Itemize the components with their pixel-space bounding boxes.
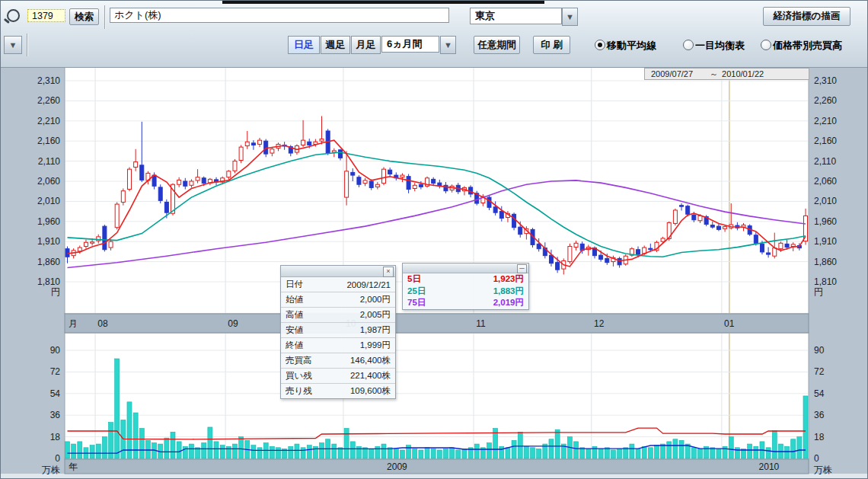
svg-text:1,810: 1,810 — [37, 276, 60, 287]
radio-moving-average[interactable] — [595, 40, 605, 50]
ma-tooltip-row: 5日1,923円 — [403, 273, 528, 286]
tooltip-row-value: 1,999円 — [360, 340, 391, 351]
volume-bar — [381, 444, 386, 458]
year-strip[interactable]: 年20092010 — [65, 459, 809, 474]
svg-text:2,160: 2,160 — [37, 136, 60, 146]
candle — [332, 151, 336, 152]
volume-bar — [698, 449, 703, 458]
candle — [190, 181, 193, 185]
candle — [767, 253, 771, 254]
svg-text:72: 72 — [814, 366, 825, 377]
volume-bar — [115, 359, 120, 458]
svg-text:08: 08 — [97, 318, 108, 329]
volume-bar — [450, 448, 455, 458]
volume-bar — [90, 445, 94, 458]
candle — [680, 206, 684, 207]
candle — [388, 170, 392, 174]
radio-price-volume[interactable] — [761, 40, 771, 50]
volume-bar — [313, 446, 318, 458]
tooltip-row: 買い残221,400株 — [281, 369, 395, 384]
candle — [537, 244, 541, 248]
ma-tooltip-row: 25日1,883円 — [403, 286, 528, 298]
tooltip-titlebar[interactable]: × — [281, 266, 395, 277]
candle — [791, 244, 795, 247]
custom-period-button[interactable]: 任意期間 — [474, 36, 520, 54]
tooltip-row-label: 売り残 — [286, 385, 312, 397]
volume-bar — [344, 429, 349, 458]
month-strip[interactable]: 月080910111201 — [65, 314, 809, 333]
ma-row-label: 75日 — [407, 297, 426, 308]
minimize-icon[interactable]: ─ — [517, 264, 527, 273]
svg-text:0: 0 — [814, 453, 819, 464]
volume-bar — [332, 444, 337, 458]
volume-bar — [518, 432, 522, 458]
svg-text:2,260: 2,260 — [814, 95, 837, 106]
candle — [158, 187, 162, 200]
candle — [549, 255, 553, 263]
candle — [661, 238, 665, 241]
search-button[interactable]: 検索 — [69, 8, 99, 25]
tooltip-row-label: 終値 — [286, 340, 303, 351]
toolbar-divider — [104, 5, 106, 29]
volume-bar — [462, 449, 467, 458]
stock-code-input[interactable] — [27, 9, 65, 22]
stock-name-input[interactable] — [110, 8, 449, 23]
candle — [419, 184, 423, 187]
tab-monthly[interactable]: 月足 — [351, 36, 381, 54]
candle — [487, 197, 491, 207]
exchange-select-arrow[interactable]: ▼ — [562, 8, 578, 26]
svg-text:18: 18 — [50, 432, 61, 442]
volume-bar — [611, 450, 615, 458]
svg-text:2,010: 2,010 — [814, 196, 837, 206]
svg-text:2,060: 2,060 — [814, 176, 837, 187]
ma-values-tooltip: ─ 5日1,923円25日1,883円75日2,019円 — [402, 263, 529, 310]
tooltip-row: 高値2,005円 — [281, 308, 395, 323]
radio-price-volume-label: 価格帯別売買高 — [773, 39, 842, 53]
candle — [308, 142, 311, 145]
candle — [493, 207, 497, 212]
volume-bar — [369, 449, 374, 458]
svg-text:90: 90 — [50, 345, 61, 356]
period-select-arrow[interactable]: ▼ — [440, 36, 456, 54]
left-dropdown-button[interactable]: ▼ — [4, 36, 22, 54]
tab-daily[interactable]: 日足 — [288, 36, 320, 54]
tooltip-titlebar[interactable]: ─ — [403, 263, 528, 273]
tab-weekly[interactable]: 週足 — [321, 36, 350, 54]
price-detail-tooltip: × 日付2009/12/21始値2,000円高値2,005円安値1,987円終値… — [280, 265, 396, 399]
volume-bar — [537, 449, 541, 458]
toolbar-divider — [27, 34, 28, 56]
ma-row-label: 5日 — [407, 273, 421, 285]
volume-bar — [487, 442, 492, 458]
exchange-select[interactable]: 東京 — [470, 8, 562, 24]
volume-bar — [512, 440, 516, 458]
radio-ichimoku[interactable] — [683, 40, 694, 50]
volume-bar — [691, 448, 696, 458]
candle — [239, 147, 243, 160]
candle — [345, 171, 349, 197]
volume-bar — [102, 437, 107, 458]
economic-indicator-button[interactable]: 経済指標の描画 — [763, 7, 850, 26]
candle — [227, 171, 231, 177]
candle — [599, 255, 603, 259]
volume-bar — [803, 396, 808, 458]
ma-tooltip-row: 75日2,019円 — [403, 297, 528, 309]
period-select[interactable]: 6ヵ月間 — [381, 36, 439, 53]
svg-text:2,060: 2,060 — [37, 176, 60, 187]
volume-bar — [667, 442, 672, 458]
close-icon[interactable]: × — [383, 267, 394, 277]
radio-ichimoku-label: 一目均衡表 — [695, 39, 745, 53]
candle — [698, 216, 702, 220]
print-button[interactable]: 印 刷 — [533, 36, 570, 54]
volume-bar — [636, 449, 640, 458]
svg-text:2,310: 2,310 — [37, 75, 60, 86]
candle — [499, 212, 503, 219]
volume-bar — [183, 446, 187, 458]
candle — [183, 181, 187, 186]
candle — [302, 140, 305, 145]
volume-bar — [208, 427, 212, 458]
volume-bar — [375, 446, 380, 458]
svg-text:円: 円 — [51, 286, 60, 297]
candle — [512, 214, 516, 227]
svg-text:90: 90 — [814, 345, 825, 356]
svg-text:月: 月 — [69, 318, 78, 329]
